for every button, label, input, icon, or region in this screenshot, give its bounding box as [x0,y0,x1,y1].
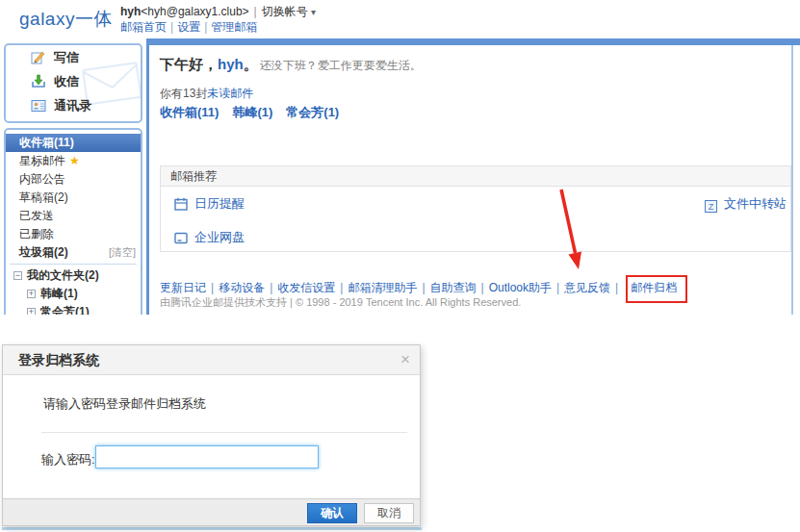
cancel-button[interactable]: 取消 [364,503,414,523]
dialog-divider [41,432,407,433]
account-email: <hyh@galaxy1.club> [141,5,248,18]
file-transfer-icon: Z [705,200,717,213]
sidebar-item-compose[interactable]: 写信 [6,45,141,69]
folder-my-folders[interactable]: −我的文件夹(2) [6,266,141,285]
receive-icon [31,74,46,89]
nav-mail-home[interactable]: 邮箱首页 [120,20,167,34]
main-right-border [791,45,793,315]
greeting: 下午好，hyh。还没下班？爱工作更要爱生活。 [160,56,422,74]
link-mobile-device[interactable]: 移动设备 [219,281,265,294]
calendar-icon [174,197,188,211]
recommend-title: 邮箱推荐 [161,166,790,187]
link-update-diary[interactable]: 更新日记 [160,281,206,294]
password-input[interactable] [95,445,319,469]
shortcut-changhuifang[interactable]: 常会芳(1) [286,105,339,119]
recommend-file-transfer[interactable]: Z文件中转站 [705,195,787,213]
greeting-tip: 还没下班？爱工作更要爱生活。 [260,59,422,72]
link-outlook-assistant[interactable]: Outlook助手 [489,281,552,294]
page-bottom-edge [2,527,422,530]
folder-drafts[interactable]: 草稿箱(2) [6,189,141,207]
sidebar-item-receive[interactable]: 收信 [6,69,141,93]
login-archive-dialog: 登录归档系统 × 请输入密码登录邮件归档系统 输入密码: 确认 取消 [2,344,421,526]
nav-settings[interactable]: 设置 [177,20,200,34]
chevron-down-icon: ▾ [311,7,316,17]
collapse-icon[interactable]: − [13,271,22,280]
shortcut-inbox[interactable]: 收件箱(11) [160,105,219,119]
contacts-icon [31,99,46,113]
greeting-username: hyh [218,56,244,72]
main-top-bar [146,38,800,45]
unread-mail-link[interactable]: 未读邮件 [207,87,253,100]
dialog-title: 登录归档系统 [18,352,99,367]
account-info: hyh<hyh@galaxy1.club>|切换帐号 ▾ [120,4,316,20]
folder-starred[interactable]: 星标邮件★ [6,152,141,170]
expand-icon[interactable]: + [27,308,36,315]
sidebar-actions-box: 写信 收信 通讯录 [4,43,142,123]
compose-icon [31,50,46,64]
header-nav: 邮箱首页|设置|管理邮箱 [120,19,257,36]
dialog-header: 登录归档系统 × [3,345,420,375]
folder-inbox[interactable]: 收件箱(11) [6,134,141,152]
copyright: 由腾讯企业邮提供技术支持 | © 1998 - 2019 Tencent Inc… [160,295,521,310]
dialog-body-text: 请输入密码登录邮件归档系统 [43,395,206,413]
recommend-panel: 邮箱推荐 日历提醒 企业网盘 Z文件中转站 [160,165,791,252]
logo: galaxy一体 [19,7,113,32]
link-cleanup-assistant[interactable]: 邮箱清理助手 [348,281,417,294]
account-name: hyh [120,5,141,18]
annotation-red-box: 邮件归档 [626,275,687,303]
empty-trash-link[interactable]: [清空] [109,243,136,262]
switch-account-link[interactable]: 切换帐号 ▾ [262,5,316,18]
page: galaxy一体 hyh<hyh@galaxy1.club>|切换帐号 ▾ 邮箱… [0,0,800,532]
link-mail-archive[interactable]: 邮件归档 [631,281,677,294]
folder-shortcuts: 收件箱(11)韩峰(1)常会芳(1) [160,104,352,121]
link-send-receive-settings[interactable]: 收发信设置 [277,281,335,294]
sidebar-divider [10,264,137,265]
main-left-border [146,45,149,315]
recommend-drive[interactable]: 企业网盘 [174,229,245,246]
recommend-calendar[interactable]: 日历提醒 [174,195,245,213]
dialog-footer: 确认 取消 [3,498,420,525]
link-self-query[interactable]: 自助查询 [430,281,477,294]
folder-sent[interactable]: 已发送 [6,207,141,225]
folder-trash[interactable]: 垃圾箱(2)[清空] [6,243,141,262]
sidebar-folders-box: 收件箱(11) 星标邮件★ 内部公告 草稿箱(2) 已发送 已删除 垃圾箱(2)… [4,128,142,315]
folder-announcements[interactable]: 内部公告 [6,170,141,189]
link-feedback[interactable]: 意见反馈 [564,281,610,294]
password-label: 输入密码: [41,451,95,469]
star-icon: ★ [69,154,80,167]
drive-icon [174,232,188,244]
folder-deleted[interactable]: 已删除 [6,225,141,243]
sidebar: 写信 收信 通讯录 收件箱(11) 星标邮件★ 内部公告 草 [4,43,144,315]
shortcut-hanfeng[interactable]: 韩峰(1) [232,105,272,119]
close-icon[interactable]: × [400,345,410,374]
confirm-button[interactable]: 确认 [307,503,357,523]
sidebar-item-contacts[interactable]: 通讯录 [6,93,141,117]
expand-icon[interactable]: + [27,290,36,298]
nav-manage-mail[interactable]: 管理邮箱 [211,20,257,34]
folder-hanfeng[interactable]: +韩峰(1) [6,285,141,303]
unread-summary: 你有13封未读邮件 [160,86,253,102]
folder-changhuifang[interactable]: +常会芳(1) [6,303,141,315]
